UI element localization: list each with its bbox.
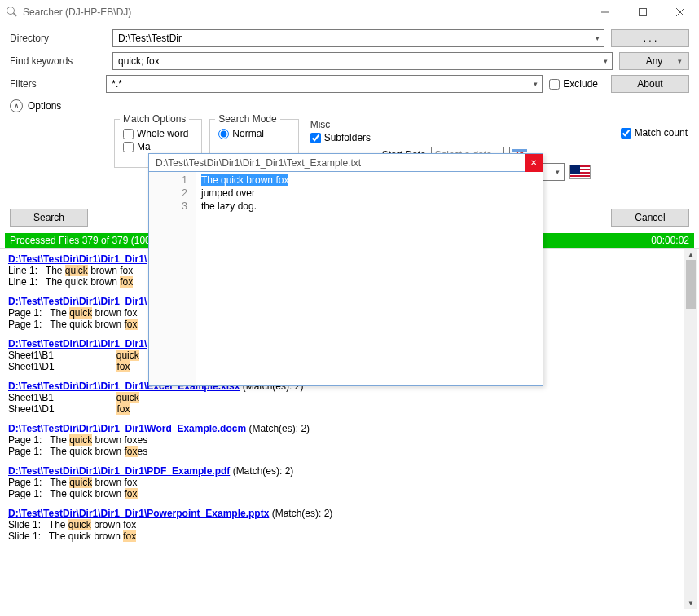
highlight: fox — [125, 319, 138, 330]
subfolders-checkbox[interactable]: Subfolders — [310, 132, 530, 143]
scroll-down-icon[interactable]: ▼ — [684, 597, 697, 609]
exclude-label: Exclude — [563, 78, 598, 90]
options-toggle[interactable]: ∧ Options — [10, 98, 689, 112]
browse-button[interactable]: . . . — [611, 29, 689, 47]
result-block: D:\Test\TestDir\Dir1\Dir1_Dir1\Word_Exam… — [8, 423, 681, 457]
uk-flag-icon — [569, 165, 591, 179]
titlebar: Searcher (DJ-HP-EB\DJ) — [0, 0, 699, 24]
match-count-checkbox[interactable]: Match count — [621, 127, 688, 139]
preview-body: 123 The quick brown foxjumped overthe la… — [149, 172, 543, 385]
options-label: Options — [28, 100, 61, 112]
preview-content[interactable]: The quick brown foxjumped overthe lazy d… — [196, 172, 543, 385]
result-file-link[interactable]: D:\Test\TestDir\Dir1\Dir1_Dir1\Word_Exam… — [8, 423, 246, 434]
keywords-label: Find keywords — [10, 55, 106, 67]
result-line: Sheet1\B1 quick — [8, 392, 681, 403]
exclude-checkbox-input[interactable] — [549, 79, 560, 90]
result-file-link[interactable]: D:\Test\TestDir\Dir1\Dir1_Dir1\PDF_Examp… — [8, 465, 230, 477]
chevron-down-icon: ▾ — [556, 168, 560, 176]
result-file-link[interactable]: D:\Test\TestDir\Dir1\Dir1_Dir1\ — [8, 338, 147, 350]
close-button[interactable] — [662, 1, 699, 24]
result-file-link[interactable]: D:\Test\TestDir\Dir1\Dir1_Dir1\Powerpoin… — [8, 508, 269, 519]
preview-close-button[interactable]: ✕ — [525, 154, 543, 172]
result-line: Page 1: The quick brown fox — [8, 477, 681, 488]
collapse-icon: ∧ — [10, 99, 23, 112]
preview-popup: D:\Test\TestDir\Dir1\Dir1_Dir1\Text_Exam… — [148, 153, 543, 386]
search-mode-legend: Search Mode — [215, 113, 279, 125]
misc-legend: Misc — [310, 119, 530, 130]
result-file-link[interactable]: D:\Test\TestDir\Dir1\Dir1_Dir1\ — [8, 296, 147, 307]
directory-label: Directory — [10, 33, 106, 44]
highlight: fox — [116, 361, 130, 372]
match-count-text: (Match(es): 2) — [246, 423, 310, 434]
result-line: Page 1: The quick brown foxes — [8, 434, 681, 446]
keywords-combo[interactable]: quick; fox ▾ — [112, 52, 613, 70]
match-count-container: Match count — [621, 127, 688, 139]
chevron-down-icon: ▾ — [534, 80, 538, 88]
cancel-button[interactable]: Cancel — [611, 209, 689, 227]
highlight: quick — [69, 434, 92, 446]
directory-combo[interactable]: D:\Test\TestDir ▾ — [112, 29, 604, 47]
app-icon — [7, 7, 18, 18]
highlight: fox — [123, 530, 136, 542]
preview-gutter: 123 — [149, 172, 196, 385]
highlight: quick — [116, 392, 139, 403]
chevron-down-icon: ▾ — [604, 57, 608, 65]
match-count-text: (Match(es): 2) — [230, 465, 293, 477]
result-block: D:\Test\TestDir\Dir1\Dir1_Dir1\Powerpoin… — [8, 508, 681, 542]
search-button[interactable]: Search — [10, 209, 88, 227]
highlight: fox — [120, 276, 133, 288]
highlight: quick — [116, 350, 139, 361]
scroll-up-icon[interactable]: ▲ — [684, 249, 697, 260]
chevron-down-icon: ▾ — [596, 34, 600, 42]
highlight: quick — [68, 519, 91, 530]
minimize-button[interactable] — [587, 1, 624, 24]
chevron-down-icon: ▾ — [678, 57, 682, 65]
match-count-text: (Match(es): 2) — [269, 508, 332, 519]
highlight: quick — [69, 307, 92, 319]
maximize-button[interactable] — [624, 1, 662, 24]
window-buttons — [587, 1, 699, 24]
any-button[interactable]: Any▾ — [619, 52, 689, 70]
normal-radio[interactable]: Normal — [218, 128, 290, 139]
highlight: fox — [125, 446, 138, 457]
result-block: D:\Test\TestDir\Dir1\Dir1_Dir1\PDF_Examp… — [8, 465, 681, 499]
highlight: quick — [69, 477, 92, 488]
progress-text: Processed Files 379 of 379 (100 % — [10, 235, 162, 246]
preview-title: D:\Test\TestDir\Dir1\Dir1_Dir1\Text_Exam… — [149, 154, 543, 172]
highlight: quick — [65, 265, 88, 276]
exclude-checkbox[interactable]: Exclude — [549, 78, 598, 90]
filters-value: *.* — [112, 78, 537, 90]
keywords-value: quick; fox — [118, 55, 607, 67]
search-form: Directory D:\Test\TestDir ▾ . . . Find k… — [0, 24, 699, 112]
about-button[interactable]: About — [611, 75, 689, 93]
result-line: Page 1: The quick brown fox — [8, 488, 681, 499]
match-options-legend: Match Options — [120, 113, 189, 125]
result-line: Slide 1: The quick brown fox — [8, 519, 681, 530]
progress-time: 00:00:02 — [651, 235, 689, 246]
window-title: Searcher (DJ-HP-EB\DJ) — [23, 7, 131, 18]
svg-rect-1 — [640, 9, 647, 16]
directory-value: D:\Test\TestDir — [118, 33, 599, 44]
whole-word-checkbox[interactable]: Whole word — [123, 128, 193, 139]
filters-combo[interactable]: *.* ▾ — [106, 75, 543, 93]
result-line: Sheet1\D1 fox — [8, 403, 681, 415]
result-line: Page 1: The quick brown foxes — [8, 446, 681, 457]
filters-label: Filters — [10, 78, 99, 90]
highlight: fox — [116, 403, 130, 415]
scrollbar-thumb[interactable] — [686, 260, 696, 309]
results-scrollbar[interactable]: ▲ ▼ — [684, 249, 697, 609]
result-line: Slide 1: The quick brown fox — [8, 530, 681, 542]
result-file-link[interactable]: D:\Test\TestDir\Dir1\Dir1_Dir1\ — [8, 253, 147, 265]
highlight: fox — [125, 488, 138, 499]
match-case-checkbox[interactable]: Ma — [123, 141, 193, 152]
